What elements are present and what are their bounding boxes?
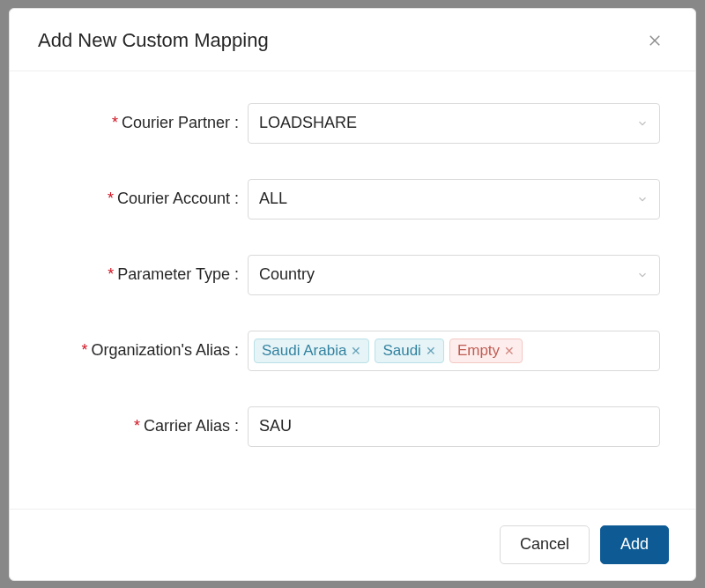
chevron-down-icon bbox=[636, 193, 649, 205]
parameter-type-label: *Parameter Type : bbox=[45, 265, 248, 284]
modal-header: Add New Custom Mapping bbox=[10, 9, 695, 71]
carrier-alias-row: *Carrier Alias : bbox=[45, 406, 660, 447]
courier-account-value: ALL bbox=[259, 190, 636, 208]
courier-account-row: *Courier Account : ALL bbox=[45, 179, 660, 220]
required-mark: * bbox=[112, 114, 118, 131]
carrier-alias-input[interactable] bbox=[248, 406, 660, 447]
alias-tag: Empty✕ bbox=[449, 339, 523, 363]
close-button[interactable] bbox=[642, 28, 667, 53]
parameter-type-row: *Parameter Type : Country bbox=[45, 255, 660, 295]
tag-remove-icon[interactable]: ✕ bbox=[504, 344, 515, 358]
courier-partner-select[interactable]: LOADSHARE bbox=[248, 103, 660, 144]
alias-tag-text: Saudi bbox=[382, 342, 420, 360]
alias-tag: Saudi✕ bbox=[375, 339, 443, 363]
alias-tag: Saudi Arabia✕ bbox=[254, 339, 369, 363]
required-mark: * bbox=[108, 190, 114, 207]
modal-body: *Courier Partner : LOADSHARE *Courier Ac… bbox=[10, 71, 695, 509]
tag-remove-icon[interactable]: ✕ bbox=[351, 344, 361, 358]
alias-tag-text: Saudi Arabia bbox=[262, 342, 346, 360]
courier-account-select[interactable]: ALL bbox=[248, 179, 660, 220]
chevron-down-icon bbox=[636, 117, 649, 130]
add-button[interactable]: Add bbox=[600, 525, 669, 564]
cancel-button[interactable]: Cancel bbox=[500, 525, 590, 564]
required-mark: * bbox=[108, 265, 114, 283]
alias-tag-text: Empty bbox=[457, 342, 500, 360]
chevron-down-icon bbox=[636, 269, 649, 281]
courier-partner-label: *Courier Partner : bbox=[45, 114, 248, 132]
organization-alias-label: *Organization's Alias : bbox=[45, 341, 248, 360]
modal-title: Add New Custom Mapping bbox=[38, 29, 269, 52]
courier-partner-value: LOADSHARE bbox=[259, 114, 636, 132]
parameter-type-value: Country bbox=[259, 265, 636, 284]
required-mark: * bbox=[81, 341, 87, 359]
tag-remove-icon[interactable]: ✕ bbox=[426, 344, 436, 358]
parameter-type-select[interactable]: Country bbox=[248, 255, 660, 295]
carrier-alias-label: *Carrier Alias : bbox=[45, 417, 248, 435]
courier-partner-row: *Courier Partner : LOADSHARE bbox=[45, 103, 660, 144]
add-custom-mapping-modal: Add New Custom Mapping *Courier Partner … bbox=[9, 8, 696, 581]
required-mark: * bbox=[134, 417, 140, 435]
organization-alias-row: *Organization's Alias : Saudi Arabia✕Sau… bbox=[45, 331, 660, 371]
close-icon bbox=[647, 33, 663, 48]
modal-footer: Cancel Add bbox=[10, 509, 695, 580]
courier-account-label: *Courier Account : bbox=[45, 190, 248, 208]
organization-alias-input[interactable]: Saudi Arabia✕Saudi✕Empty✕ bbox=[248, 331, 660, 371]
